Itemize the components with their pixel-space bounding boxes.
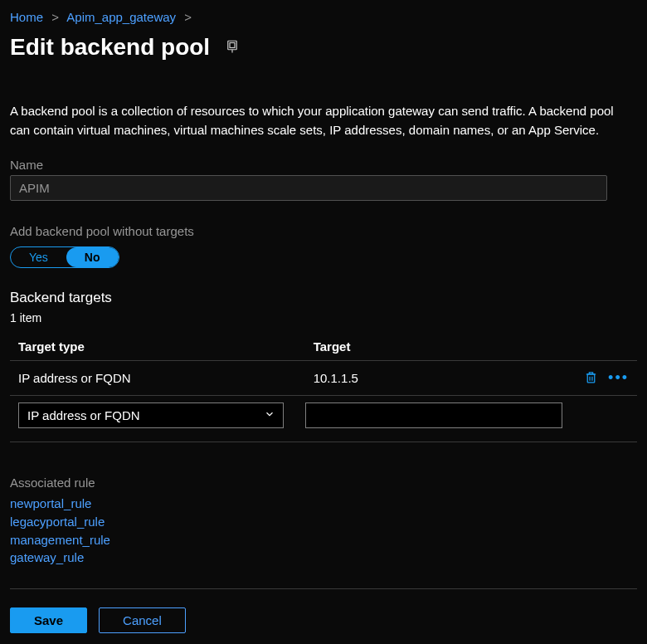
svg-rect-0 (228, 41, 237, 50)
cancel-button[interactable]: Cancel (99, 607, 186, 633)
intro-text: A backend pool is a collection of resour… (10, 102, 624, 139)
breadcrumb-sep: > (179, 10, 197, 24)
targets-table: Target type Target IP address or FQDN 10… (10, 333, 637, 442)
page-title: Edit backend pool (10, 34, 210, 61)
target-value-input[interactable] (305, 402, 562, 428)
target-type-select[interactable]: IP address or FQDN (18, 402, 284, 428)
more-icon[interactable]: ••• (608, 369, 629, 387)
col-target: Target (305, 333, 571, 361)
footer-actions: Save Cancel (10, 589, 637, 633)
target-type-select-value: IP address or FQDN (18, 402, 284, 428)
associated-rule-link[interactable]: gateway_rule (10, 549, 637, 567)
associated-rule-link[interactable]: management_rule (10, 531, 637, 549)
save-button[interactable]: Save (10, 607, 87, 633)
targets-count: 1 item (10, 311, 637, 324)
table-row-new: IP address or FQDN (10, 396, 637, 442)
associated-rule-label: Associated rule (10, 476, 637, 490)
row-target-value: 10.1.1.5 (305, 361, 571, 396)
associated-rule-link[interactable]: newportal_rule (10, 495, 637, 513)
trash-icon[interactable] (584, 370, 598, 387)
toggle-yes[interactable]: Yes (11, 247, 66, 267)
name-input[interactable] (10, 175, 607, 201)
title-row: Edit backend pool (10, 34, 637, 61)
breadcrumb-home[interactable]: Home (10, 10, 43, 24)
table-row: IP address or FQDN 10.1.1.5 ••• (10, 361, 637, 396)
pin-icon[interactable] (225, 39, 240, 56)
svg-rect-3 (587, 373, 595, 382)
col-target-type: Target type (10, 333, 305, 361)
without-targets-label: Add backend pool without targets (10, 224, 637, 238)
toggle-no[interactable]: No (66, 247, 119, 267)
name-label: Name (10, 158, 637, 172)
targets-heading: Backend targets (10, 290, 637, 306)
breadcrumb-sep: > (46, 10, 64, 24)
breadcrumb-resource[interactable]: Apim_app_gateway (66, 10, 176, 24)
without-targets-toggle[interactable]: Yes No (10, 246, 119, 268)
svg-rect-1 (230, 42, 235, 47)
associated-rule-section: Associated rule newportal_rule legacypor… (10, 476, 637, 567)
chevron-down-icon (264, 408, 275, 422)
breadcrumb: Home > Apim_app_gateway > (10, 8, 637, 29)
associated-rule-link[interactable]: legacyportal_rule (10, 513, 637, 531)
row-target-type: IP address or FQDN (10, 361, 305, 396)
